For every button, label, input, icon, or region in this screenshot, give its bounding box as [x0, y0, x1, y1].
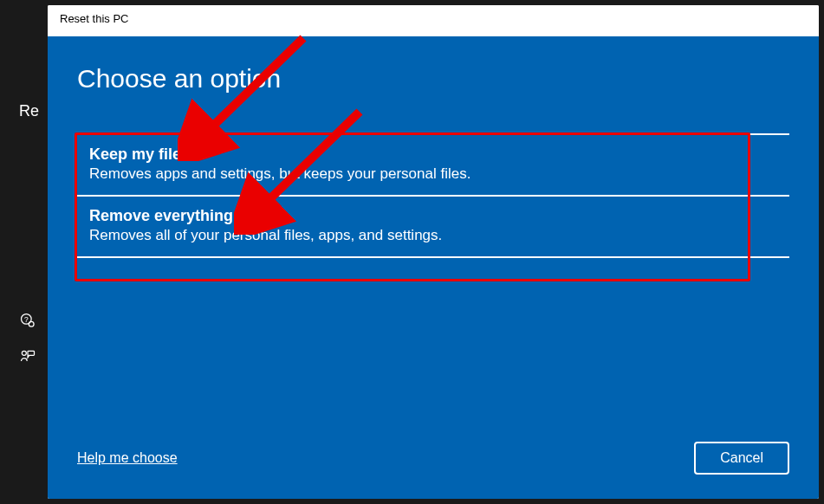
window-title: Reset this PC [48, 5, 819, 36]
option-keep-my-files[interactable]: Keep my files Removes apps and settings,… [77, 133, 789, 195]
help-icon[interactable]: ? [19, 312, 36, 329]
cancel-button[interactable]: Cancel [694, 442, 789, 475]
help-me-choose-link[interactable]: Help me choose [77, 450, 178, 466]
dialog-heading: Choose an option [77, 64, 789, 94]
svg-point-2 [29, 321, 34, 326]
svg-point-3 [22, 351, 26, 355]
reset-pc-dialog: Reset this PC Choose an option Keep my f… [48, 5, 819, 499]
svg-text:?: ? [24, 315, 29, 324]
option-title: Keep my files [89, 145, 777, 164]
dialog-body: Choose an option Keep my files Removes a… [48, 36, 819, 499]
feedback-icon[interactable] [19, 348, 36, 365]
background-partial-label: Re [19, 102, 39, 120]
option-remove-everything[interactable]: Remove everything Removes all of your pe… [77, 195, 789, 258]
option-title: Remove everything [89, 207, 777, 225]
option-description: Removes all of your personal files, apps… [89, 227, 777, 244]
options-list: Keep my files Removes apps and settings,… [77, 133, 789, 258]
svg-rect-4 [28, 351, 35, 355]
option-description: Removes apps and settings, but keeps you… [89, 165, 777, 183]
